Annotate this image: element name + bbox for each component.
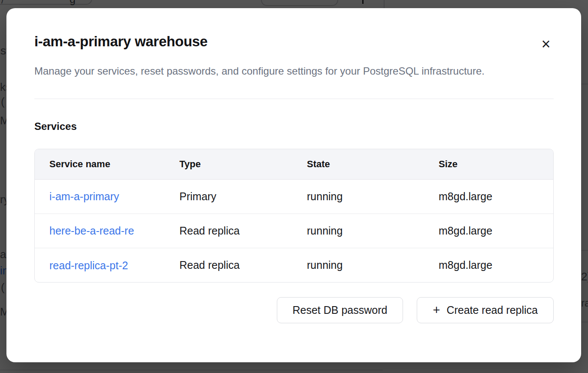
modal-description: Manage your services, reset passwords, a…	[34, 62, 517, 80]
column-header-state: State	[292, 149, 424, 179]
plus-icon: +	[433, 304, 440, 316]
table-row: here-be-a-read-re Read replica running m…	[35, 214, 553, 248]
reset-db-password-label: Reset DB password	[293, 304, 388, 316]
table-row: i-am-a-primary Primary running m8gd.larg…	[35, 179, 553, 214]
column-header-size: Size	[424, 149, 553, 179]
service-size-cell: m8gd.large	[424, 179, 553, 214]
service-name-cell: i-am-a-primary	[35, 179, 165, 214]
services-table: Service name Type State Size i-am-a-prim…	[34, 149, 554, 283]
table-row: read-replica-pt-2 Read replica running m…	[35, 248, 553, 282]
reset-db-password-button[interactable]: Reset DB password	[277, 297, 403, 323]
modal-title: i-am-a-primary warehouse	[34, 32, 554, 51]
service-link[interactable]: here-be-a-read-re	[49, 225, 134, 237]
service-link[interactable]: i-am-a-primary	[49, 190, 119, 203]
services-heading: Services	[34, 120, 554, 132]
service-link[interactable]: read-replica-pt-2	[49, 259, 128, 272]
service-name-cell: read-replica-pt-2	[35, 248, 165, 282]
modal-actions: Reset DB password + Create read replica	[34, 297, 554, 323]
service-type-cell: Read replica	[165, 248, 292, 282]
create-read-replica-button[interactable]: + Create read replica	[417, 297, 554, 323]
service-type-cell: Primary	[165, 179, 292, 214]
service-state-cell: running	[292, 214, 424, 248]
service-type-cell: Read replica	[165, 214, 292, 248]
service-name-cell: here-be-a-read-re	[35, 214, 165, 248]
close-icon[interactable]: ×	[536, 35, 555, 54]
service-state-cell: running	[292, 248, 424, 282]
table-header-row: Service name Type State Size	[35, 149, 553, 179]
column-header-type: Type	[165, 149, 292, 179]
service-size-cell: m8gd.large	[424, 214, 553, 248]
warehouse-services-modal: i-am-a-primary warehouse × Manage your s…	[6, 8, 581, 362]
service-state-cell: running	[292, 179, 424, 214]
divider	[34, 99, 554, 99]
column-header-service-name: Service name	[35, 149, 165, 179]
create-read-replica-label: Create read replica	[446, 304, 538, 316]
service-size-cell: m8gd.large	[424, 248, 553, 282]
